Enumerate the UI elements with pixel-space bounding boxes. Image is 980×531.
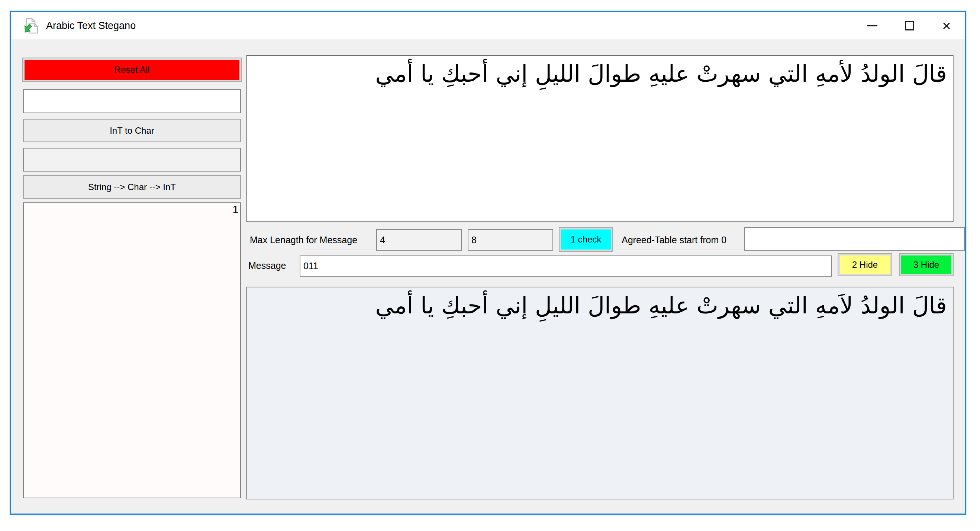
check-button[interactable]: 1 check <box>560 228 612 251</box>
message-label: Message <box>248 255 286 276</box>
app-window: Arabic Text Stegano ✕ Reset All InT to C… <box>10 11 966 515</box>
close-icon: ✕ <box>942 19 951 33</box>
message-field[interactable] <box>300 255 832 277</box>
agreed-table-field[interactable] <box>744 227 965 250</box>
window-controls: ✕ <box>854 12 965 40</box>
max-length-label: Max Lenagth for Message <box>250 229 357 250</box>
hide-3-button[interactable]: 3 Hide <box>900 254 953 276</box>
bits-field[interactable] <box>468 229 553 250</box>
list-item[interactable]: 1 <box>24 203 240 215</box>
minimize-button[interactable] <box>854 12 891 40</box>
reset-all-button[interactable]: Reset All <box>23 58 241 81</box>
string-char-int-button[interactable]: String --> Char --> InT <box>23 175 241 199</box>
close-button[interactable]: ✕ <box>928 12 965 40</box>
original-cover-textarea[interactable]: قالَ الولدُ لأمهِ التي سهرتْ عليهِ طوالَ… <box>246 55 954 222</box>
agreed-table-label: Agreed-Table start from 0 <box>622 229 727 250</box>
stego-output-textarea[interactable]: قالَ الولدُ لاَمهِ التي سهرتْ عليهِ طوال… <box>246 287 954 499</box>
int-to-char-button[interactable]: InT to Char <box>23 119 241 142</box>
char-result-field[interactable] <box>23 148 241 171</box>
max-length-field[interactable] <box>376 229 462 250</box>
results-listbox[interactable]: 1 <box>23 202 241 498</box>
hide-2-button[interactable]: 2 Hide <box>838 254 891 276</box>
minimize-icon <box>867 25 877 26</box>
maximize-icon <box>905 21 914 30</box>
int-input[interactable] <box>23 89 241 113</box>
window-title: Arabic Text Stegano <box>46 20 136 32</box>
app-icon <box>22 17 40 35</box>
titlebar: Arabic Text Stegano ✕ <box>11 12 965 40</box>
maximize-button[interactable] <box>891 12 928 40</box>
